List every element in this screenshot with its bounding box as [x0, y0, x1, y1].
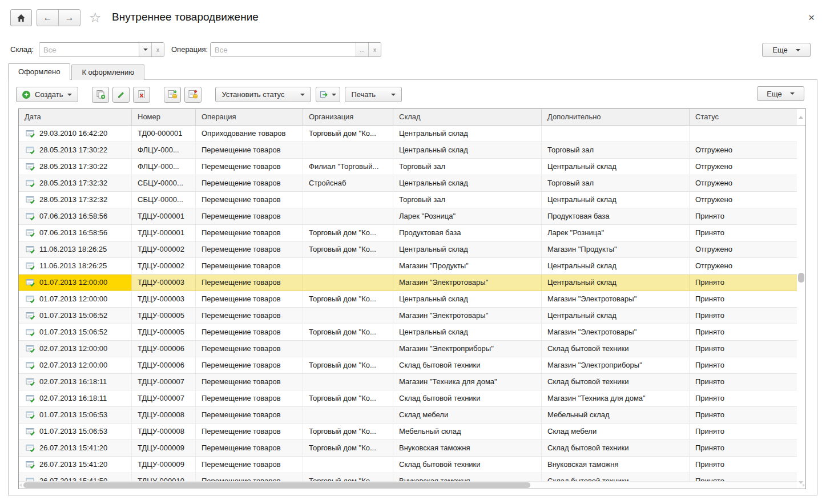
column-header-operation[interactable]: Операция [196, 109, 303, 126]
cell-organization: Торговый дом "Ко... [303, 291, 393, 308]
cell-warehouse: Внуковская таможня [393, 440, 542, 457]
table-row[interactable]: 02.07.2013 12:00:00 ТДЦУ-000006 Перемеще… [19, 341, 797, 357]
cell-number: ТДЦУ-000001 [132, 225, 196, 241]
cell-operation: Перемещение товаров [196, 457, 303, 473]
column-header-date[interactable]: Дата [19, 109, 132, 126]
document-posted-icon [26, 345, 35, 353]
table-row[interactable]: 02.07.2013 16:18:11 ТДЦУ-000007 Перемеще… [19, 374, 797, 390]
table-row[interactable]: 01.07.2013 15:06:53 ТДЦУ-000008 Перемеще… [19, 424, 797, 440]
scroll-left-icon[interactable] [19, 483, 22, 487]
post-document-button[interactable] [164, 87, 181, 103]
cell-number: ТДЦУ-000007 [132, 390, 196, 407]
cell-warehouse: Склад бытовой техники [393, 357, 542, 374]
delete-button[interactable] [133, 87, 150, 103]
cell-organization: Торговый дом "Ко... [303, 440, 393, 457]
column-header-organization[interactable]: Организация [303, 109, 393, 126]
cell-warehouse: Торговый зал [393, 192, 542, 208]
print-button[interactable]: Печать [345, 87, 402, 102]
table-row[interactable]: 29.03.2010 16:42:20 ТД00-000001 Оприходо… [19, 126, 797, 142]
cell-status: Отгружено [690, 258, 797, 275]
cell-organization [303, 258, 393, 275]
cell-date: 02.07.2013 16:18:11 [39, 390, 107, 406]
cell-extra: Торговый зал [542, 142, 690, 159]
table-row[interactable]: 26.07.2013 15:41:50 ТДЦУ-000010 Перемеще… [19, 473, 797, 481]
cell-organization [303, 308, 393, 324]
cell-operation: Перемещение товаров [196, 424, 303, 440]
edit-button[interactable] [112, 87, 130, 103]
column-header-number[interactable]: Номер [132, 109, 196, 126]
close-icon[interactable]: × [808, 11, 815, 24]
cell-status: Принято [690, 341, 797, 357]
table-row[interactable]: 01.07.2013 15:06:52 ТДЦУ-000005 Перемеще… [19, 324, 797, 341]
toolbar-more-button[interactable]: Еще [757, 86, 804, 101]
horizontal-scrollbar[interactable] [19, 481, 797, 489]
favorite-star-icon[interactable]: ☆ [89, 10, 102, 26]
cell-warehouse: Внуковская таможня [393, 473, 542, 481]
cell-organization: Стройснаб [303, 175, 393, 192]
tab-k-oformleniyu[interactable]: К оформлению [71, 64, 144, 80]
cell-number: ТДЦУ-000006 [132, 341, 196, 357]
table-row[interactable]: 02.07.2013 12:00:00 ТДЦУ-000006 Перемеще… [19, 357, 797, 374]
cell-date: 28.05.2013 17:30:22 [39, 159, 107, 175]
table-row[interactable]: 11.06.2013 18:26:25 ТДЦУ-000002 Перемеще… [19, 258, 797, 275]
table-row[interactable]: 07.06.2013 16:58:56 ТДЦУ-000001 Перемеще… [19, 225, 797, 241]
cell-warehouse: Склад бытовой техники [393, 390, 542, 407]
unpost-document-button[interactable] [184, 87, 202, 103]
table-row[interactable]: 28.05.2013 17:32:32 СБЦУ-0000... Перемещ… [19, 175, 797, 192]
table-row[interactable]: 28.05.2013 17:30:22 ФЛЦУ-000... Перемеще… [19, 159, 797, 175]
table-row[interactable]: 11.06.2013 18:26:25 ТДЦУ-000002 Перемеще… [19, 241, 797, 258]
table-row[interactable]: 28.05.2013 17:32:32 СБЦУ-0000... Перемещ… [19, 192, 797, 208]
cell-organization [303, 275, 393, 291]
cell-extra: Ларек "Розница" [542, 225, 690, 241]
cell-extra: Магазин "Продукты" [542, 241, 690, 258]
cell-extra: Центральный склад [542, 308, 690, 324]
table-row[interactable]: 01.07.2013 12:00:00 ТДЦУ-000003 Перемеще… [19, 291, 797, 308]
document-posted-icon [26, 279, 35, 287]
table-row[interactable]: 28.05.2013 17:30:22 ФЛЦУ-000... Перемеще… [19, 142, 797, 159]
cell-warehouse: Мебельный склад [393, 424, 542, 440]
copy-button[interactable] [92, 87, 109, 103]
table-row[interactable]: 01.07.2013 12:00:00 ТДЦУ-000003 Перемеще… [19, 275, 797, 291]
table-row[interactable]: 01.07.2013 15:06:53 ТДЦУ-000008 Перемеще… [19, 407, 797, 424]
document-posted-icon [26, 328, 35, 337]
chevron-down-icon [391, 94, 396, 96]
column-header-status[interactable]: Статус [690, 109, 797, 126]
warehouse-dropdown-button[interactable] [139, 43, 151, 57]
form-more-button[interactable]: Еще [762, 43, 811, 57]
cell-organization: Торговый дом "Ко... [303, 357, 393, 374]
operation-filter-input[interactable] [211, 43, 356, 57]
cell-number: ТДЦУ-000001 [132, 208, 196, 225]
column-header-extra[interactable]: Дополнительно [542, 109, 690, 126]
titlebar: ← → ☆ Внутреннее товародвижение × [0, 0, 826, 35]
vertical-scroll-thumb[interactable] [798, 273, 804, 283]
create-button[interactable]: + Создать [16, 87, 78, 102]
back-button[interactable]: ← [37, 10, 58, 26]
table-row[interactable]: 01.07.2013 15:06:52 ТДЦУ-000005 Перемеще… [19, 308, 797, 324]
cell-organization: Торговый дом "Ко... [303, 126, 393, 142]
scroll-up-corner[interactable] [797, 109, 805, 126]
cell-organization [303, 341, 393, 357]
pencil-icon [116, 90, 126, 99]
create-based-on-button[interactable] [316, 87, 340, 102]
table-row[interactable]: 02.07.2013 16:18:11 ТДЦУ-000007 Перемеще… [19, 390, 797, 407]
cell-number: ТДЦУ-000005 [132, 324, 196, 341]
forward-button[interactable]: → [58, 10, 80, 26]
print-label: Печать [351, 90, 376, 99]
table-row[interactable]: 26.07.2013 15:41:20 ТДЦУ-000009 Перемеще… [19, 457, 797, 473]
cell-operation: Перемещение товаров [196, 241, 303, 258]
column-header-warehouse[interactable]: Склад [393, 109, 542, 126]
tab-oformleno[interactable]: Оформлено [8, 63, 70, 80]
set-status-button[interactable]: Установить статус [215, 87, 311, 102]
cell-organization: Филиал "Торговый... [303, 159, 393, 175]
operation-clear-button[interactable]: x [368, 43, 381, 57]
home-button[interactable] [10, 9, 32, 26]
cell-status: Принято [690, 357, 797, 374]
arrow-down-icon[interactable] [799, 481, 803, 484]
table-row[interactable]: 26.07.2013 15:41:20 ТДЦУ-000009 Перемеще… [19, 440, 797, 457]
warehouse-filter-input[interactable] [39, 43, 139, 57]
horizontal-scroll-thumb[interactable] [23, 482, 530, 488]
copy-icon [96, 90, 106, 99]
warehouse-clear-button[interactable]: x [151, 43, 164, 57]
table-row[interactable]: 07.06.2013 16:58:56 ТДЦУ-000001 Перемеще… [19, 208, 797, 225]
operation-choose-button[interactable]: ... [356, 43, 368, 57]
